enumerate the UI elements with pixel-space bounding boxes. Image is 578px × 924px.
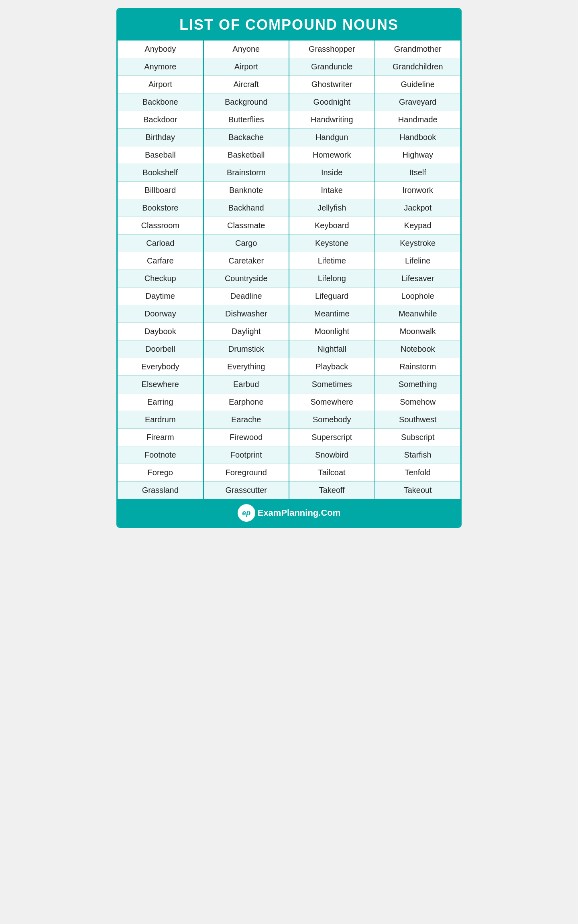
table-cell: Handwriting [289,111,375,129]
table-cell: Moonlight [289,323,375,340]
table-cell: Itself [375,164,461,182]
table-cell: Banknote [204,182,289,199]
table-cell: Anymore [118,58,204,76]
table-cell: Bookshelf [118,164,204,182]
table-container: AnybodyAnyoneGrasshopperGrandmotherAnymo… [118,41,460,499]
table-cell: Everybody [118,358,204,376]
table-cell: Ghostwriter [289,76,375,93]
table-cell: Background [204,93,289,111]
table-row: BillboardBanknoteIntakeIronwork [118,182,460,199]
table-cell: Basketball [204,146,289,164]
table-cell: Footprint [204,446,289,464]
table-cell: Starfish [375,446,461,464]
table-row: BackdoorButterfliesHandwritingHandmade [118,111,460,129]
table-cell: Baseball [118,146,204,164]
table-cell: Bookstore [118,199,204,217]
table-cell: Superscript [289,429,375,446]
table-cell: Backbone [118,93,204,111]
table-cell: Airport [118,76,204,93]
table-cell: Aircraft [204,76,289,93]
table-cell: Classroom [118,217,204,235]
table-cell: Foreground [204,464,289,482]
table-cell: Inside [289,164,375,182]
table-cell: Guideline [375,76,461,93]
table-cell: Moonwalk [375,323,461,340]
table-row: FootnoteFootprintSnowbirdStarfish [118,446,460,464]
table-cell: Backdoor [118,111,204,129]
table-cell: Countryside [204,270,289,288]
table-row: AirportAircraftGhostwriterGuideline [118,76,460,93]
header: LIST OF COMPOUND NOUNS [118,9,460,41]
table-cell: Snowbird [289,446,375,464]
table-cell: Daylight [204,323,289,340]
table-cell: Lifelong [289,270,375,288]
table-cell: Subscript [375,429,461,446]
table-row: BackboneBackgroundGoodnightGraveyard [118,93,460,111]
table-cell: Playback [289,358,375,376]
table-cell: Grasshopper [289,41,375,58]
page-title: LIST OF COMPOUND NOUNS [122,16,456,33]
table-cell: Birthday [118,129,204,146]
table-cell: Lifetime [289,252,375,270]
table-cell: Checkup [118,270,204,288]
table-cell: Ironwork [375,182,461,199]
footer: ep ExamPlanning.Com [118,499,460,527]
table-cell: Grasscutter [204,482,289,499]
table-cell: Rainstorm [375,358,461,376]
table-cell: Everything [204,358,289,376]
table-cell: Butterflies [204,111,289,129]
table-cell: Granduncle [289,58,375,76]
table-cell: Carload [118,235,204,252]
table-cell: Deadline [204,288,289,305]
table-cell: Daybook [118,323,204,340]
table-row: BookshelfBrainstormInsideItself [118,164,460,182]
table-cell: Earache [204,411,289,429]
table-cell: Caretaker [204,252,289,270]
table-cell: Elsewhere [118,376,204,393]
table-cell: Doorbell [118,340,204,358]
table-row: DaybookDaylightMoonlightMoonwalk [118,323,460,340]
main-card: LIST OF COMPOUND NOUNS AnybodyAnyoneGras… [116,8,462,528]
table-cell: Highway [375,146,461,164]
table-row: CarloadCargoKeystoneKeystroke [118,235,460,252]
table-row: BaseballBasketballHomeworkHighway [118,146,460,164]
table-cell: Tenfold [375,464,461,482]
table-row: ForegoForegroundTailcoatTenfold [118,464,460,482]
table-cell: Takeoff [289,482,375,499]
table-cell: Earring [118,393,204,411]
table-cell: Airport [204,58,289,76]
table-row: DaytimeDeadlineLifeguardLoophole [118,288,460,305]
table-cell: Something [375,376,461,393]
table-row: AnybodyAnyoneGrasshopperGrandmother [118,41,460,58]
table-cell: Somebody [289,411,375,429]
table-cell: Notebook [375,340,461,358]
table-row: BookstoreBackhandJellyfishJackpot [118,199,460,217]
table-cell: Intake [289,182,375,199]
table-cell: Classmate [204,217,289,235]
table-cell: Earphone [204,393,289,411]
table-row: ElsewhereEarbudSometimesSomething [118,376,460,393]
table-cell: Southwest [375,411,461,429]
compound-nouns-table: AnybodyAnyoneGrasshopperGrandmotherAnymo… [118,41,460,499]
table-row: CarfareCaretakerLifetimeLifeline [118,252,460,270]
table-cell: Handbook [375,129,461,146]
table-cell: Cargo [204,235,289,252]
table-cell: Billboard [118,182,204,199]
table-row: AnymoreAirportGranduncleGrandchildren [118,58,460,76]
table-row: EverybodyEverythingPlaybackRainstorm [118,358,460,376]
table-cell: Doorway [118,305,204,323]
table-cell: Somewhere [289,393,375,411]
table-cell: Nightfall [289,340,375,358]
footer-logo: ep ExamPlanning.Com [238,504,341,522]
table-row: DoorwayDishwasherMeantimeMeanwhile [118,305,460,323]
table-cell: Lifesaver [375,270,461,288]
table-cell: Handmade [375,111,461,129]
table-cell: Eardrum [118,411,204,429]
table-cell: Lifeline [375,252,461,270]
table-row: BirthdayBackacheHandgunHandbook [118,129,460,146]
table-row: DoorbellDrumstickNightfallNotebook [118,340,460,358]
table-cell: Graveyard [375,93,461,111]
table-cell: Forego [118,464,204,482]
table-cell: Earbud [204,376,289,393]
table-cell: Keyboard [289,217,375,235]
